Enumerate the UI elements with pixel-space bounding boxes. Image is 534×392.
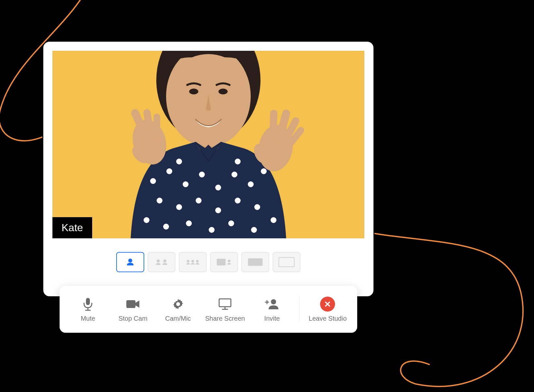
share-screen-button[interactable]: Share Screen: [205, 297, 245, 322]
control-divider: [299, 297, 300, 322]
svg-rect-31: [154, 114, 160, 138]
svg-point-14: [176, 204, 182, 210]
mute-label: Mute: [81, 315, 95, 322]
svg-point-3: [189, 89, 198, 94]
cam-mic-label: Cam/Mic: [165, 315, 191, 322]
svg-point-39: [128, 259, 132, 262]
svg-point-7: [183, 181, 189, 187]
share-screen-label: Share Screen: [205, 315, 245, 322]
invite-button[interactable]: Invite: [254, 297, 290, 322]
svg-point-6: [166, 168, 172, 174]
svg-point-10: [232, 172, 237, 177]
svg-rect-45: [217, 259, 226, 265]
svg-point-8: [199, 172, 205, 177]
svg-point-19: [144, 217, 149, 223]
camera-icon: [125, 297, 140, 312]
stop-cam-label: Stop Cam: [119, 315, 148, 322]
participant-name-badge: Kate: [52, 217, 92, 238]
monitor-icon: [218, 297, 232, 312]
video-feed: Kate: [52, 51, 364, 238]
svg-point-27: [235, 159, 241, 164]
participant-video-placeholder: [81, 51, 335, 238]
svg-point-9: [215, 185, 221, 190]
svg-point-4: [218, 89, 228, 94]
svg-rect-48: [279, 258, 294, 267]
svg-point-24: [251, 227, 257, 233]
svg-point-25: [271, 217, 276, 223]
svg-point-43: [191, 260, 194, 262]
svg-point-23: [228, 220, 234, 226]
svg-point-12: [261, 168, 267, 174]
layout-option-blank[interactable]: [273, 252, 301, 272]
close-icon: [320, 297, 335, 312]
leave-label: Leave Studio: [309, 315, 347, 322]
microphone-icon: [80, 297, 95, 312]
svg-point-44: [196, 260, 199, 262]
add-person-icon: [264, 297, 279, 312]
svg-point-11: [248, 181, 254, 187]
svg-point-16: [215, 207, 221, 213]
layout-option-three[interactable]: [179, 252, 207, 272]
svg-point-18: [254, 204, 260, 210]
mute-button[interactable]: Mute: [70, 297, 106, 322]
stop-cam-button[interactable]: Stop Cam: [115, 297, 151, 322]
layout-option-single[interactable]: [116, 252, 144, 272]
control-bar: Mute Stop Cam Cam/Mic Share Screen Invit…: [60, 286, 357, 333]
svg-rect-47: [248, 258, 263, 266]
layout-option-two[interactable]: [148, 252, 176, 272]
participant-name-text: Kate: [62, 222, 83, 233]
layout-option-screen-full[interactable]: [241, 252, 269, 272]
studio-window: Kate: [42, 41, 374, 297]
svg-point-17: [235, 198, 241, 203]
svg-point-20: [163, 224, 169, 230]
svg-point-57: [271, 299, 276, 304]
svg-rect-52: [126, 300, 135, 308]
svg-point-46: [228, 260, 231, 262]
svg-point-53: [176, 302, 180, 306]
svg-point-15: [196, 198, 202, 203]
svg-point-5: [150, 178, 156, 184]
gear-icon: [171, 297, 186, 312]
svg-point-21: [186, 220, 192, 226]
leave-studio-button[interactable]: Leave Studio: [309, 297, 347, 322]
svg-point-13: [157, 198, 162, 203]
cam-mic-button[interactable]: Cam/Mic: [160, 297, 196, 322]
layout-option-screen-one[interactable]: [210, 252, 238, 272]
svg-rect-54: [219, 299, 231, 307]
svg-point-42: [187, 260, 190, 262]
invite-label: Invite: [264, 315, 280, 322]
svg-point-26: [176, 159, 182, 164]
layout-selector: [52, 252, 364, 272]
svg-point-41: [163, 259, 166, 262]
svg-point-22: [209, 227, 215, 233]
svg-rect-49: [86, 298, 90, 305]
svg-point-40: [157, 259, 160, 262]
